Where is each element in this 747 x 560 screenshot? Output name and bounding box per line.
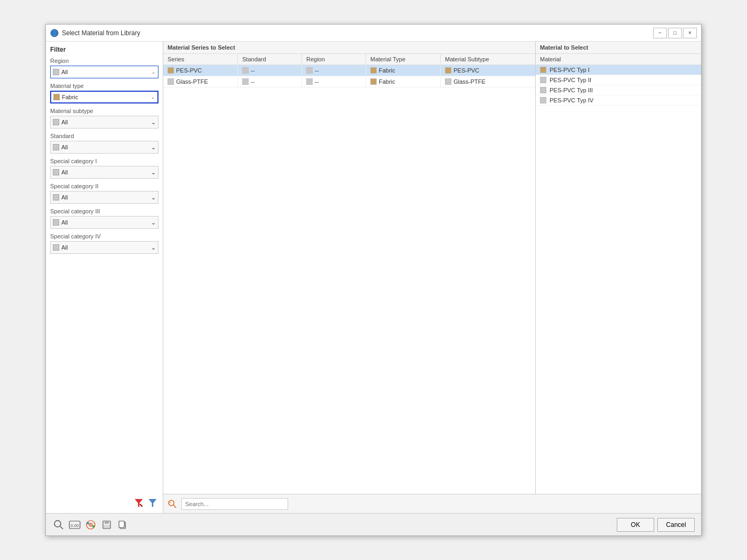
special4-chevron: ⌄ — [151, 244, 156, 251]
svg-point-10 — [170, 501, 171, 503]
special3-select[interactable]: All ⌄ — [50, 216, 158, 229]
standard-label: Standard — [50, 133, 158, 139]
series-cell-series-2: Glass-PTFE — [163, 76, 238, 87]
special3-label: Special category III — [50, 208, 158, 214]
search-input[interactable] — [181, 498, 288, 510]
cancel-button[interactable]: Cancel — [657, 518, 695, 532]
svg-rect-21 — [104, 525, 109, 528]
material-item[interactable]: PES-PVC Typ I — [536, 65, 701, 75]
svg-point-17 — [87, 522, 89, 524]
special3-chevron: ⌄ — [151, 219, 156, 226]
footer: 0.00 — [46, 513, 701, 535]
table-row[interactable]: PES-PVC -- -- — [163, 65, 535, 76]
footer-copy-icon[interactable] — [116, 518, 129, 531]
svg-point-8 — [169, 500, 174, 506]
special3-value: All — [61, 219, 68, 226]
series-cell-matsubtype-2: Glass-PTFE — [441, 76, 535, 87]
main-window: Select Material from Library − □ × Filte… — [45, 24, 702, 536]
special4-value: All — [61, 244, 68, 251]
footer-save-icon[interactable] — [100, 518, 113, 531]
region-value: All — [61, 69, 68, 75]
material-panel-header: Material to Select — [536, 42, 701, 54]
material-select-panel: Material to Select Material PES-PVC Typ … — [536, 42, 701, 494]
region-swatch-r2 — [306, 78, 313, 85]
special3-group: Special category III All ⌄ — [50, 208, 158, 229]
special1-select[interactable]: All ⌄ — [50, 166, 158, 179]
svg-rect-23 — [119, 521, 124, 527]
material-type-select[interactable]: Fabric ⌄ — [50, 91, 158, 103]
matsubtype-swatch-r1 — [445, 67, 451, 74]
col-header-mattype: Material Type — [366, 54, 441, 65]
region-select[interactable]: All ⌄ — [50, 66, 158, 78]
special2-select[interactable]: All ⌄ — [50, 191, 158, 204]
material-type-value: Fabric — [62, 94, 78, 100]
series-column-headers: Series Standard Region Material Type Mat… — [163, 54, 535, 65]
special2-value: All — [61, 194, 68, 201]
table-row[interactable]: Glass-PTFE -- -- — [163, 76, 535, 87]
special2-group: Special category II All ⌄ — [50, 183, 158, 204]
special1-chevron: ⌄ — [151, 169, 156, 176]
region-group: Region All ⌄ — [50, 58, 158, 78]
svg-line-6 — [140, 504, 142, 507]
mattype-swatch-r1 — [370, 67, 377, 74]
mat-swatch-4 — [540, 97, 546, 103]
standard-group: Standard All ⌄ — [50, 133, 158, 154]
svg-line-9 — [173, 505, 176, 508]
series-cell-series: PES-PVC — [163, 65, 238, 76]
matsubtype-swatch-r2 — [445, 78, 451, 85]
footer-search-icon[interactable] — [52, 518, 65, 531]
material-type-chevron: ⌄ — [151, 94, 155, 100]
mattype-swatch-r2 — [370, 78, 377, 85]
svg-point-16 — [89, 523, 93, 527]
special2-label: Special category II — [50, 183, 158, 189]
material-subtype-select[interactable]: All ⌄ — [50, 116, 158, 129]
mat-swatch-3 — [540, 87, 546, 93]
series-area: Material Series to Select Series Standar… — [163, 42, 701, 494]
standard-swatch — [53, 144, 59, 150]
special4-label: Special category IV — [50, 233, 158, 239]
svg-text:0.00: 0.00 — [70, 523, 79, 528]
material-item[interactable]: PES-PVC Typ III — [536, 85, 701, 95]
clear-filter-button[interactable] — [133, 497, 145, 509]
svg-line-12 — [60, 526, 63, 529]
standard-swatch-r2 — [242, 78, 249, 85]
footer-value-icon[interactable]: 0.00 — [68, 518, 81, 531]
standard-chevron: ⌄ — [151, 144, 156, 151]
standard-select[interactable]: All ⌄ — [50, 141, 158, 154]
special4-group: Special category IV All ⌄ — [50, 233, 158, 254]
material-item[interactable]: PES-PVC Typ IV — [536, 95, 701, 106]
minimize-button[interactable]: − — [653, 28, 667, 38]
series-cell-mattype-2: Fabric — [366, 76, 441, 87]
mat-swatch-2 — [540, 77, 546, 83]
filter-options-button[interactable] — [147, 497, 158, 509]
series-cell-standard-2: -- — [238, 76, 302, 87]
material-type-swatch — [53, 94, 60, 100]
material-subtype-chevron: ⌄ — [151, 119, 156, 126]
app-icon — [50, 29, 59, 37]
main-content: Filter Region All ⌄ Material type — [46, 42, 701, 513]
special4-swatch — [53, 244, 59, 251]
special4-select[interactable]: All ⌄ — [50, 241, 158, 254]
series-cell-standard: -- — [238, 65, 302, 76]
svg-rect-20 — [105, 521, 109, 524]
svg-point-18 — [92, 525, 94, 527]
mat-label-4: PES-PVC Typ IV — [550, 97, 593, 103]
window-title: Select Material from Library — [62, 29, 140, 37]
close-button[interactable]: × — [683, 28, 697, 38]
ok-button[interactable]: OK — [617, 518, 654, 532]
maximize-button[interactable]: □ — [668, 28, 682, 38]
region-swatch — [53, 69, 59, 75]
material-subtype-label: Material subtype — [50, 108, 158, 114]
footer-material-icon[interactable] — [84, 518, 97, 531]
svg-marker-7 — [149, 499, 156, 507]
series-panel-header: Material Series to Select — [163, 42, 535, 54]
series-cell-matsubtype: PES-PVC — [441, 65, 535, 76]
material-subtype-group: Material subtype All ⌄ — [50, 108, 158, 129]
material-type-group: Material type Fabric ⌄ — [50, 83, 158, 103]
mat-label-2: PES-PVC Typ II — [550, 77, 591, 83]
svg-point-11 — [54, 521, 61, 527]
footer-toolbar: 0.00 — [52, 518, 129, 531]
bottom-bar — [163, 494, 701, 513]
material-item[interactable]: PES-PVC Typ II — [536, 75, 701, 85]
filter-actions — [50, 493, 158, 509]
